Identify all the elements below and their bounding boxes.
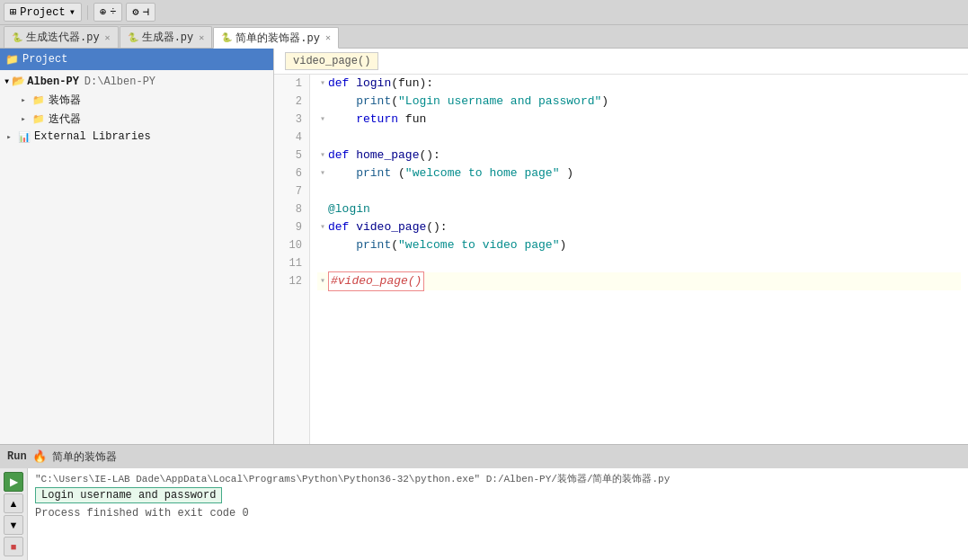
add-icon: ⊕: [100, 5, 106, 19]
run-command: "C:\Users\IE-LAB Dade\AppData\Local\Prog…: [35, 472, 961, 485]
tab-label: 简单的装饰器.py: [235, 31, 320, 46]
folder-icon: 📁: [32, 113, 45, 125]
code-line-2: print("Login username and password"): [317, 93, 961, 111]
code-line-5: ▾ def home_page():: [317, 147, 961, 164]
keyword: def: [328, 147, 356, 164]
code-text: ():: [419, 147, 440, 164]
run-panel-header: Run 🔥 简单的装饰器: [0, 445, 968, 468]
code-line-12: ▾ #video_page(): [317, 272, 961, 290]
code-text: (: [391, 236, 398, 254]
toolbar-add[interactable]: ⊕ ÷: [93, 3, 122, 22]
code-line-6: ▾ print ("welcome to home page" ): [317, 164, 961, 182]
string-value: "welcome to video page": [398, 236, 559, 254]
tab-simple-decorator[interactable]: 🐍 简单的装饰器.py ✕: [213, 27, 339, 49]
code-text: ): [601, 93, 608, 111]
code-line-3: ▾ return fun: [317, 111, 961, 129]
fold-marker: [317, 200, 328, 218]
line-num-4: 4: [274, 129, 309, 147]
fold-marker: [317, 93, 328, 111]
fold-marker[interactable]: ▾: [317, 164, 328, 182]
line-num-3: 3: [274, 111, 309, 129]
fold-marker: [317, 129, 328, 147]
split-icon: ÷: [110, 6, 116, 19]
keyword: def: [328, 218, 356, 236]
fold-marker: [317, 254, 328, 272]
scroll-down-button[interactable]: ▼: [4, 515, 23, 535]
run-result: Login username and password: [35, 487, 222, 503]
lib-icon: 📊: [18, 131, 31, 143]
folder-icon: 📂: [12, 75, 25, 88]
sidebar-item-iterators[interactable]: ▸ 📁 迭代器: [0, 110, 273, 129]
decorator: @login: [328, 200, 370, 218]
line-num-6: 6: [274, 164, 309, 182]
stop-button[interactable]: ■: [4, 537, 23, 556]
code-text: (fun):: [391, 75, 433, 93]
main-content: 📁 Project ▾ 📂 Alben-PY D:\Alben-PY ▸ 📁 装…: [0, 49, 968, 444]
code-editor: video_page() 1 2 3 4 5 6 7 8 9 10 11 12: [274, 49, 968, 444]
toggle-icon: ▸: [18, 114, 29, 124]
sidebar-title: Project: [22, 53, 67, 66]
fold-marker[interactable]: ▾: [317, 218, 328, 236]
keyword: return: [356, 111, 405, 129]
tab-close-button[interactable]: ✕: [325, 32, 331, 43]
run-controls: ▶ ▲ ▼ ■: [0, 468, 28, 560]
fold-marker[interactable]: ▾: [317, 75, 328, 93]
function-name: home_page: [356, 147, 419, 164]
line-num-8: 8: [274, 200, 309, 218]
gear-icon: ⚙: [132, 5, 138, 19]
toggle-icon: ▸: [4, 132, 14, 142]
dropdown-icon: ▾: [69, 5, 75, 19]
tabs-bar: 🐍 生成迭代器.py ✕ 🐍 生成器.py ✕ 🐍 简单的装饰器.py ✕: [0, 25, 968, 49]
fold-marker[interactable]: ▾: [317, 147, 328, 164]
sidebar-item-decorators[interactable]: ▸ 📁 装饰器: [0, 91, 273, 110]
code-line-10: print("welcome to video page"): [317, 236, 961, 254]
tab-close-button[interactable]: ✕: [105, 32, 111, 43]
toolbar-settings[interactable]: ⚙ ⊣: [126, 3, 155, 22]
sidebar-header: 📁 Project: [0, 49, 273, 70]
tab-generate-iterator[interactable]: 🐍 生成迭代器.py ✕: [4, 26, 119, 48]
line-num-9: 9: [274, 218, 309, 236]
code-text: [328, 93, 356, 111]
dock-icon: ⊣: [143, 5, 149, 19]
code-line-11: [317, 254, 961, 272]
line-num-1: 1: [274, 75, 309, 93]
project-menu[interactable]: ⊞ Project ▾: [4, 3, 82, 22]
tab-generator[interactable]: 🐍 生成器.py ✕: [120, 26, 213, 48]
code-text: (: [391, 93, 398, 111]
divider1: [87, 5, 88, 20]
line-num-11: 11: [274, 254, 309, 272]
root-label: Alben-PY: [27, 76, 79, 88]
run-output: "C:\Users\IE-LAB Dade\AppData\Local\Prog…: [28, 468, 968, 560]
tab-label: 生成迭代器.py: [26, 30, 100, 45]
code-lines[interactable]: ▾ def login(fun): print("Login username …: [310, 75, 968, 444]
sidebar: 📁 Project ▾ 📂 Alben-PY D:\Alben-PY ▸ 📁 装…: [0, 49, 274, 444]
function-name: video_page: [356, 218, 426, 236]
run-label: Run: [7, 450, 27, 463]
toggle-icon: ▸: [18, 95, 29, 105]
code-line-7: [317, 182, 961, 200]
keyword: def: [328, 75, 356, 93]
fold-marker[interactable]: ▾: [317, 111, 328, 129]
editor-breadcrumb: video_page(): [274, 49, 968, 75]
code-area[interactable]: 1 2 3 4 5 6 7 8 9 10 11 12 ▾ def login(f…: [274, 75, 968, 444]
sidebar-item-external-libs[interactable]: ▸ 📊 External Libraries: [0, 129, 273, 145]
line-num-12: 12: [274, 272, 309, 290]
folder-icon: 📁: [32, 94, 45, 106]
tab-close-button[interactable]: ✕: [199, 32, 204, 43]
root-path: D:\Alben-PY: [84, 76, 155, 88]
fold-marker[interactable]: ▾: [317, 272, 328, 290]
line-num-7: 7: [274, 182, 309, 200]
sidebar-header-icon: 📁: [5, 53, 19, 67]
python-file-icon: 🐍: [12, 32, 22, 43]
code-text: fun: [405, 111, 426, 129]
item-label: 迭代器: [49, 111, 81, 127]
builtin-fn: print: [356, 164, 398, 182]
scroll-up-button[interactable]: ▲: [4, 493, 23, 513]
tree-root-item[interactable]: ▾ 📂 Alben-PY D:\Alben-PY: [0, 72, 273, 91]
code-line-4: [317, 129, 961, 147]
fire-icon: 🔥: [32, 449, 47, 464]
run-play-button[interactable]: ▶: [4, 472, 23, 492]
builtin-fn: print: [356, 236, 391, 254]
python-file-icon: 🐍: [128, 32, 138, 43]
code-line-8: @login: [317, 200, 961, 218]
